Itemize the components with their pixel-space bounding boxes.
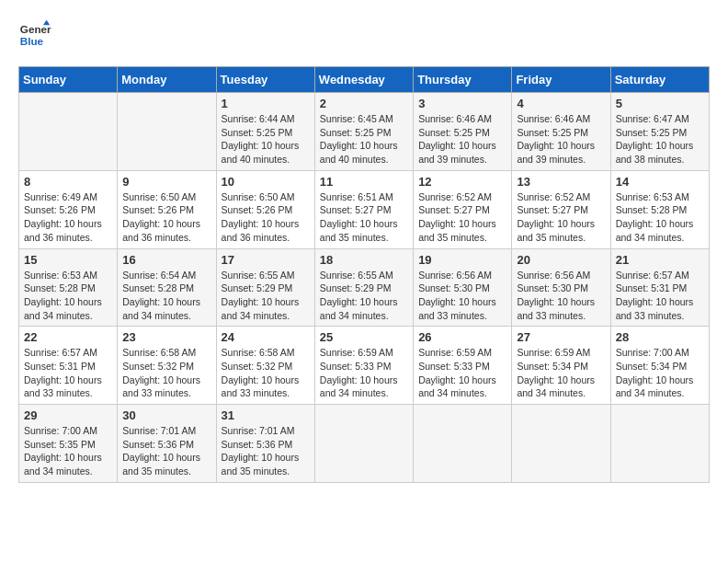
day-info: Sunrise: 7:00 AM Sunset: 5:35 PM Dayligh… <box>24 424 112 478</box>
day-info: Sunrise: 6:55 AM Sunset: 5:29 PM Dayligh… <box>222 269 310 323</box>
day-number: 23 <box>122 330 210 344</box>
calendar-cell: 1 Sunrise: 6:44 AM Sunset: 5:25 PM Dayli… <box>216 93 314 171</box>
day-number: 17 <box>222 253 310 267</box>
calendar-cell: 27 Sunrise: 6:59 AM Sunset: 5:34 PM Dayl… <box>512 327 610 405</box>
day-info: Sunrise: 6:45 AM Sunset: 5:25 PM Dayligh… <box>320 112 408 167</box>
day-number: 22 <box>24 330 112 344</box>
day-info: Sunrise: 6:59 AM Sunset: 5:33 PM Dayligh… <box>418 346 506 400</box>
day-number: 25 <box>320 330 408 344</box>
calendar-cell <box>414 405 512 483</box>
day-info: Sunrise: 7:01 AM Sunset: 5:36 PM Dayligh… <box>122 424 210 478</box>
day-number: 1 <box>222 97 310 110</box>
page-header: General Blue <box>18 18 710 52</box>
calendar-cell: 23 Sunrise: 6:58 AM Sunset: 5:32 PM Dayl… <box>118 327 216 405</box>
day-info: Sunrise: 6:54 AM Sunset: 5:28 PM Dayligh… <box>122 269 210 323</box>
calendar-cell <box>19 93 118 171</box>
calendar-week-0: 1 Sunrise: 6:44 AM Sunset: 5:25 PM Dayli… <box>19 93 710 171</box>
day-info: Sunrise: 6:50 AM Sunset: 5:26 PM Dayligh… <box>222 190 310 245</box>
day-info: Sunrise: 6:51 AM Sunset: 5:27 PM Dayligh… <box>320 190 408 245</box>
day-number: 10 <box>222 175 310 189</box>
day-info: Sunrise: 6:44 AM Sunset: 5:25 PM Dayligh… <box>222 112 310 167</box>
day-info: Sunrise: 6:57 AM Sunset: 5:31 PM Dayligh… <box>24 346 112 400</box>
calendar-cell: 4 Sunrise: 6:46 AM Sunset: 5:25 PM Dayli… <box>512 93 610 171</box>
day-number: 18 <box>320 253 408 267</box>
day-info: Sunrise: 6:59 AM Sunset: 5:34 PM Dayligh… <box>517 346 605 400</box>
header-cell-wednesday: Wednesday <box>314 67 413 93</box>
day-info: Sunrise: 6:52 AM Sunset: 5:27 PM Dayligh… <box>517 190 605 245</box>
header-cell-thursday: Thursday <box>414 67 512 93</box>
logo: General Blue <box>18 18 51 52</box>
svg-text:Blue: Blue <box>20 35 44 47</box>
day-number: 15 <box>24 253 112 267</box>
day-number: 14 <box>616 175 704 189</box>
day-number: 28 <box>616 330 704 344</box>
header-cell-friday: Friday <box>512 67 610 93</box>
day-number: 5 <box>616 97 704 110</box>
day-number: 19 <box>418 253 506 267</box>
header-cell-sunday: Sunday <box>19 67 118 93</box>
day-number: 8 <box>24 175 112 189</box>
calendar-cell: 28 Sunrise: 7:00 AM Sunset: 5:34 PM Dayl… <box>610 327 709 405</box>
calendar-cell: 25 Sunrise: 6:59 AM Sunset: 5:33 PM Dayl… <box>314 327 413 405</box>
day-number: 3 <box>418 97 506 110</box>
day-info: Sunrise: 6:59 AM Sunset: 5:33 PM Dayligh… <box>320 346 408 400</box>
calendar-cell: 13 Sunrise: 6:52 AM Sunset: 5:27 PM Dayl… <box>512 170 610 248</box>
calendar-cell: 26 Sunrise: 6:59 AM Sunset: 5:33 PM Dayl… <box>414 327 512 405</box>
day-info: Sunrise: 6:49 AM Sunset: 5:26 PM Dayligh… <box>24 190 112 245</box>
calendar-week-2: 15 Sunrise: 6:53 AM Sunset: 5:28 PM Dayl… <box>19 248 710 327</box>
calendar-cell: 21 Sunrise: 6:57 AM Sunset: 5:31 PM Dayl… <box>610 248 709 327</box>
calendar-cell: 2 Sunrise: 6:45 AM Sunset: 5:25 PM Dayli… <box>314 93 413 171</box>
day-info: Sunrise: 6:53 AM Sunset: 5:28 PM Dayligh… <box>24 269 112 323</box>
calendar-cell: 22 Sunrise: 6:57 AM Sunset: 5:31 PM Dayl… <box>19 327 118 405</box>
day-info: Sunrise: 6:46 AM Sunset: 5:25 PM Dayligh… <box>418 112 506 167</box>
calendar-cell: 29 Sunrise: 7:00 AM Sunset: 5:35 PM Dayl… <box>19 405 118 483</box>
calendar-cell: 9 Sunrise: 6:50 AM Sunset: 5:26 PM Dayli… <box>118 170 216 248</box>
calendar-cell: 24 Sunrise: 6:58 AM Sunset: 5:32 PM Dayl… <box>216 327 314 405</box>
calendar-cell: 15 Sunrise: 6:53 AM Sunset: 5:28 PM Dayl… <box>19 248 118 327</box>
calendar-cell: 17 Sunrise: 6:55 AM Sunset: 5:29 PM Dayl… <box>216 248 314 327</box>
day-info: Sunrise: 6:58 AM Sunset: 5:32 PM Dayligh… <box>222 346 310 400</box>
calendar-cell: 31 Sunrise: 7:01 AM Sunset: 5:36 PM Dayl… <box>216 405 314 483</box>
calendar-week-3: 22 Sunrise: 6:57 AM Sunset: 5:31 PM Dayl… <box>19 327 710 405</box>
day-number: 20 <box>517 253 605 267</box>
day-number: 11 <box>320 175 408 189</box>
day-info: Sunrise: 6:53 AM Sunset: 5:28 PM Dayligh… <box>616 190 704 245</box>
day-number: 2 <box>320 97 408 110</box>
calendar-header-row: SundayMondayTuesdayWednesdayThursdayFrid… <box>19 67 710 93</box>
day-info: Sunrise: 6:56 AM Sunset: 5:30 PM Dayligh… <box>418 269 506 323</box>
day-info: Sunrise: 6:57 AM Sunset: 5:31 PM Dayligh… <box>616 269 704 323</box>
calendar-cell: 11 Sunrise: 6:51 AM Sunset: 5:27 PM Dayl… <box>314 170 413 248</box>
calendar-cell: 18 Sunrise: 6:55 AM Sunset: 5:29 PM Dayl… <box>314 248 413 327</box>
calendar-cell: 20 Sunrise: 6:56 AM Sunset: 5:30 PM Dayl… <box>512 248 610 327</box>
calendar-table: SundayMondayTuesdayWednesdayThursdayFrid… <box>18 66 710 483</box>
header-cell-saturday: Saturday <box>610 67 709 93</box>
day-number: 29 <box>24 408 112 422</box>
day-number: 30 <box>122 408 210 422</box>
calendar-cell: 12 Sunrise: 6:52 AM Sunset: 5:27 PM Dayl… <box>414 170 512 248</box>
day-info: Sunrise: 6:55 AM Sunset: 5:29 PM Dayligh… <box>320 269 408 323</box>
day-number: 13 <box>517 175 605 189</box>
calendar-cell: 5 Sunrise: 6:47 AM Sunset: 5:25 PM Dayli… <box>610 93 709 171</box>
day-number: 26 <box>418 330 506 344</box>
calendar-cell: 19 Sunrise: 6:56 AM Sunset: 5:30 PM Dayl… <box>414 248 512 327</box>
calendar-cell: 8 Sunrise: 6:49 AM Sunset: 5:26 PM Dayli… <box>19 170 118 248</box>
day-info: Sunrise: 7:00 AM Sunset: 5:34 PM Dayligh… <box>616 346 704 400</box>
day-info: Sunrise: 6:56 AM Sunset: 5:30 PM Dayligh… <box>517 269 605 323</box>
header-cell-monday: Monday <box>118 67 216 93</box>
day-number: 16 <box>122 253 210 267</box>
logo-icon: General Blue <box>18 18 51 52</box>
calendar-cell: 16 Sunrise: 6:54 AM Sunset: 5:28 PM Dayl… <box>118 248 216 327</box>
calendar-cell <box>512 405 610 483</box>
day-number: 9 <box>122 175 210 189</box>
calendar-cell <box>118 93 216 171</box>
day-info: Sunrise: 7:01 AM Sunset: 5:36 PM Dayligh… <box>222 424 310 478</box>
calendar-cell <box>610 405 709 483</box>
day-number: 21 <box>616 253 704 267</box>
calendar-cell: 30 Sunrise: 7:01 AM Sunset: 5:36 PM Dayl… <box>118 405 216 483</box>
day-info: Sunrise: 6:52 AM Sunset: 5:27 PM Dayligh… <box>418 190 506 245</box>
calendar-week-4: 29 Sunrise: 7:00 AM Sunset: 5:35 PM Dayl… <box>19 405 710 483</box>
day-info: Sunrise: 6:50 AM Sunset: 5:26 PM Dayligh… <box>122 190 210 245</box>
calendar-cell: 10 Sunrise: 6:50 AM Sunset: 5:26 PM Dayl… <box>216 170 314 248</box>
header-cell-tuesday: Tuesday <box>216 67 314 93</box>
day-number: 31 <box>222 408 310 422</box>
